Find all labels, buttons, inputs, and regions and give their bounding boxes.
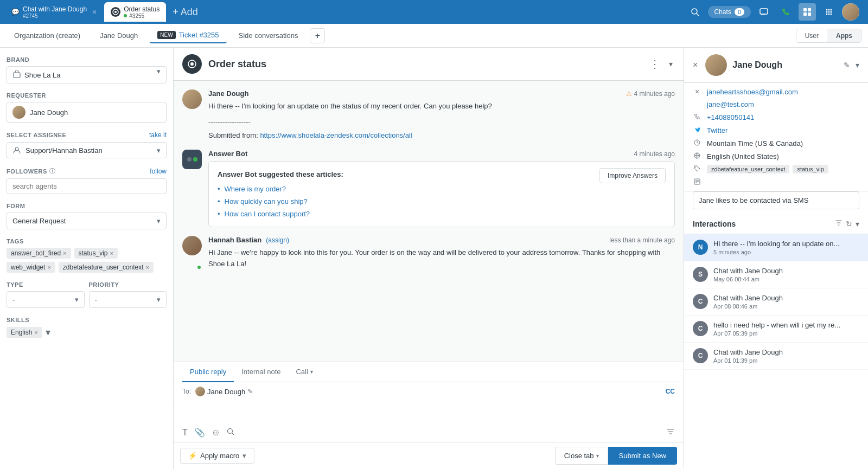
interactions-collapse-icon[interactable]: ▾ — [856, 220, 859, 228]
attachment-icon[interactable]: 📎 — [194, 427, 205, 438]
svg-point-14 — [831, 11, 832, 13]
email-primary-link[interactable]: janeheartsshoes@gmail.com — [707, 88, 798, 96]
int-content-1: Hi there -- I'm looking for an update on… — [713, 240, 859, 255]
contact-note-field[interactable]: Jane likes to be contacted via SMS — [693, 191, 859, 209]
cc-button[interactable]: CC — [666, 388, 675, 395]
edit-recipient-icon[interactable]: ✎ — [247, 388, 253, 395]
rp-edit-icon[interactable]: ✎ — [844, 61, 850, 69]
apps-grid-icon[interactable] — [820, 3, 838, 21]
hannah-msg-text: Hi Jane -- we're happy to look into this… — [208, 247, 675, 270]
phone-icon-btn[interactable] — [777, 3, 794, 21]
interaction-item-1[interactable]: N Hi there -- I'm looking for an update … — [684, 234, 868, 261]
take-it-link[interactable]: take it — [149, 131, 167, 139]
form-select-wrap[interactable]: General Request ▾ — [7, 213, 167, 229]
grid-icon-btn[interactable] — [799, 3, 816, 21]
type-select[interactable]: - ▾ — [7, 291, 85, 308]
bot-dots — [187, 157, 197, 162]
tag-remove-zdbeta[interactable]: × — [146, 264, 149, 271]
brand-select-wrap[interactable]: Shoe La La ▾ — [7, 66, 167, 83]
followers-info-icon[interactable]: ⓘ — [49, 167, 55, 175]
skill-remove-english[interactable]: × — [34, 329, 37, 336]
nav-tab-org[interactable]: Organization (create) — [7, 28, 88, 43]
refresh-icon[interactable]: ↻ — [846, 220, 852, 228]
tags-container: answer_bot_fired × status_vip × web_widg… — [7, 248, 167, 273]
search-agents-input[interactable] — [7, 178, 167, 194]
ticket-actions: ⋮ ▾ — [647, 55, 675, 73]
bot-author: Answer Bot — [208, 150, 247, 158]
bottom-bar: ⚡ Apply macro ▾ Close tab ▾ Submit as Ne… — [174, 442, 684, 469]
main-content: Order status ⋮ ▾ Jane Dough ⚠ 4 minutes … — [174, 48, 684, 469]
nav-tab-side[interactable]: Side conversations — [231, 28, 306, 43]
user-avatar[interactable] — [842, 3, 859, 21]
text-format-icon[interactable]: T — [182, 428, 188, 438]
follow-link[interactable]: follow — [150, 168, 167, 175]
improve-answers-button[interactable]: Improve Answers — [599, 168, 666, 183]
skills-chevron[interactable]: ▾ — [46, 326, 50, 338]
order-icon — [111, 7, 120, 17]
rp-close-icon[interactable]: × — [693, 60, 698, 70]
reply-tab-call[interactable]: Call ▾ — [288, 362, 320, 382]
apps-tab-button[interactable]: Apps — [827, 29, 861, 42]
interaction-item-3[interactable]: C Chat with Jane Dough Apr 08 08:46 am — [684, 288, 868, 316]
assign-link[interactable]: (assign) — [266, 236, 289, 244]
timezone-text: Mountain Time (US & Canada) — [707, 139, 803, 147]
user-tab-button[interactable]: User — [796, 29, 827, 42]
reply-tab-internal[interactable]: Internal note — [234, 362, 288, 382]
emoji-icon[interactable]: ☺ — [212, 428, 220, 438]
int-content-4: hello i need help - when will i get my r… — [713, 321, 859, 337]
tag-remove-web-widget[interactable]: × — [47, 264, 50, 271]
apply-macro-button[interactable]: ⚡ Apply macro ▾ — [180, 448, 254, 464]
bot-article-1[interactable]: Where is my order? — [218, 185, 666, 193]
submitted-link[interactable]: https://www.shoelala-zendesk.com/collect… — [260, 131, 412, 139]
phone-link[interactable]: +14088050141 — [707, 113, 754, 121]
add-nav-tab-button[interactable]: + — [310, 28, 325, 43]
chat-tab[interactable]: 💬 Chat with Jane Dough #2745 × — [4, 2, 103, 22]
brand-value: Shoe La La — [24, 71, 154, 79]
hannah-msg-content: Hannah Bastian (assign) less than a minu… — [208, 236, 675, 270]
order-tab[interactable]: Order status #3255 — [104, 2, 166, 22]
twitter-link[interactable]: Twitter — [707, 126, 727, 134]
tag-remove-status-vip[interactable]: × — [110, 250, 113, 256]
chats-button[interactable]: Chats 0 — [708, 6, 751, 18]
reply-tab-public[interactable]: Public reply — [182, 362, 234, 382]
bot-article-3[interactable]: How can I contact support? — [218, 210, 666, 218]
email-secondary-link[interactable]: jane@test.com — [707, 100, 754, 108]
search-content-icon[interactable] — [227, 428, 234, 438]
ticket-more-options[interactable]: ⋮ — [647, 55, 662, 73]
add-tab-button[interactable]: + Add — [167, 7, 203, 18]
close-tab-button[interactable]: Close tab ▾ — [555, 447, 608, 465]
tag-zdbeta: zdbetafeature_user_context × — [59, 262, 154, 273]
svg-rect-6 — [808, 8, 811, 11]
interaction-item-4[interactable]: C hello i need help - when will i get my… — [684, 316, 868, 343]
priority-value: - — [95, 295, 157, 304]
nav-tab-jane[interactable]: Jane Dough — [92, 28, 145, 43]
interaction-item-2[interactable]: S Chat with Jane Dough May 06 08:44 am — [684, 261, 868, 288]
reply-settings-icon[interactable] — [666, 427, 675, 438]
svg-rect-18 — [14, 73, 20, 78]
priority-select[interactable]: - ▾ — [89, 291, 167, 308]
rp-collapse-icon[interactable]: ▾ — [856, 61, 859, 69]
close-tab-label: Close tab — [564, 452, 594, 460]
tag-web-widget: web_widget × — [7, 262, 55, 273]
filter-icon[interactable] — [835, 219, 843, 228]
close-tab-chevron: ▾ — [596, 453, 599, 459]
ticket-collapse[interactable]: ▾ — [667, 57, 675, 70]
contact-note-row — [693, 178, 859, 187]
interaction-item-5[interactable]: C Chat with Jane Dough Apr 01 01:39 pm — [684, 343, 868, 370]
reply-input-area[interactable] — [174, 401, 684, 423]
svg-point-1 — [114, 11, 117, 13]
requester-field[interactable]: Jane Dough — [7, 102, 167, 123]
bot-article-2[interactable]: How quickly can you ship? — [218, 197, 666, 205]
contact-tags-container: zdbetafeature_user_context status_vip — [707, 165, 828, 174]
tag-remove-answer-bot[interactable]: × — [63, 250, 66, 256]
twitter-icon — [693, 126, 701, 134]
type-wrap: Type - ▾ — [7, 281, 85, 308]
chat-tab-close[interactable]: × — [92, 8, 97, 16]
chat-icon-btn[interactable] — [755, 3, 773, 21]
search-icon[interactable] — [686, 3, 704, 21]
nav-tab-ticket[interactable]: NEW Ticket #3255 — [150, 28, 226, 43]
assignee-field[interactable]: Support/Hannah Bastian ▾ — [7, 142, 167, 158]
brand-display: Shoe La La ▾ — [7, 67, 166, 83]
language-text: English (United States) — [707, 152, 779, 160]
submit-button[interactable]: Submit as New — [608, 447, 677, 465]
